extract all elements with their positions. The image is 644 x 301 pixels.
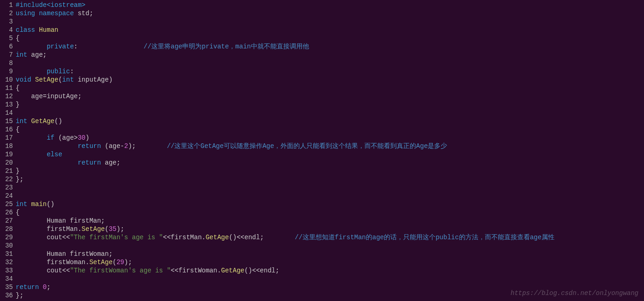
token-punct bbox=[16, 68, 47, 75]
token-punct bbox=[16, 142, 78, 150]
code-line: { bbox=[16, 208, 644, 217]
token-cmt: //这里将age申明为private，main中就不能直接调用他 bbox=[143, 43, 309, 50]
line-number: 20 bbox=[0, 159, 13, 167]
token-fn: SetAge bbox=[82, 225, 105, 233]
line-number: 27 bbox=[0, 217, 13, 225]
token-punct bbox=[136, 142, 167, 150]
token-kw: if bbox=[47, 134, 58, 142]
token-ident: (age bbox=[105, 142, 120, 150]
token-punct: () bbox=[47, 201, 54, 208]
line-number: 19 bbox=[0, 150, 13, 159]
token-punct: () bbox=[244, 267, 252, 274]
line-number: 35 bbox=[0, 283, 13, 291]
token-num: 29 bbox=[116, 259, 124, 266]
code-editor: 1234567891011121314151617181920212223242… bbox=[0, 0, 644, 300]
code-line: cout<<"The firstWoman's age is "<<firstW… bbox=[16, 266, 644, 275]
line-number: 12 bbox=[0, 92, 13, 100]
code-line: Human firstMan; bbox=[16, 217, 644, 225]
code-line: firstWoman.SetAge(29); bbox=[16, 258, 644, 266]
token-op: << bbox=[237, 234, 244, 241]
line-number: 23 bbox=[0, 183, 13, 192]
token-punct: : bbox=[70, 68, 74, 75]
line-number: 6 bbox=[0, 42, 13, 51]
line-number: 18 bbox=[0, 142, 13, 150]
token-punct: { bbox=[16, 84, 19, 92]
code-line: { bbox=[16, 34, 644, 42]
token-punct: ( bbox=[58, 76, 62, 83]
token-punct: ; bbox=[275, 267, 279, 274]
token-kw: namespace bbox=[39, 10, 78, 17]
code-line: cout<<"The firstMan's age is "<<firstMan… bbox=[16, 233, 644, 242]
token-ident: firstWoman bbox=[16, 259, 85, 266]
line-number: 22 bbox=[0, 175, 13, 183]
token-punct: ; bbox=[120, 225, 124, 233]
token-punct: ) bbox=[116, 225, 120, 233]
code-line: void SetAge(int inputAge) bbox=[16, 76, 644, 84]
line-number: 36 bbox=[0, 291, 13, 300]
token-op: << bbox=[163, 234, 171, 241]
token-kw: return bbox=[78, 142, 105, 150]
token-kw: class bbox=[16, 26, 39, 34]
token-ident: cout bbox=[16, 234, 62, 241]
line-number-gutter: 1234567891011121314151617181920212223242… bbox=[0, 1, 16, 300]
code-line: #include<iostream> bbox=[16, 1, 644, 9]
token-op: = bbox=[43, 93, 47, 100]
code-line bbox=[16, 192, 644, 200]
line-number: 31 bbox=[0, 250, 13, 258]
line-number: 14 bbox=[0, 109, 13, 117]
watermark-text: https://blog.csdn.net/onlyongwang bbox=[511, 289, 638, 297]
token-punct: () bbox=[229, 234, 237, 241]
token-punct: . bbox=[78, 225, 81, 233]
token-op: - bbox=[120, 142, 124, 150]
code-line bbox=[16, 275, 644, 283]
token-ident: Human firstMan bbox=[16, 217, 101, 224]
line-number: 11 bbox=[0, 84, 13, 92]
code-line: if (age>30) bbox=[16, 134, 644, 142]
token-punct bbox=[16, 43, 47, 50]
token-punct: ( bbox=[105, 225, 108, 233]
line-number: 5 bbox=[0, 34, 13, 42]
line-number: 9 bbox=[0, 67, 13, 76]
code-line bbox=[16, 59, 644, 67]
line-number: 33 bbox=[0, 266, 13, 275]
token-kw: #include bbox=[16, 1, 47, 9]
token-ident: age bbox=[16, 93, 43, 100]
code-line: else bbox=[16, 150, 644, 159]
token-punct: ) bbox=[85, 134, 89, 142]
token-punct: } bbox=[16, 167, 19, 175]
token-ident: firstMan bbox=[16, 225, 78, 233]
token-punct: ; bbox=[128, 259, 132, 266]
token-ident: age bbox=[31, 51, 43, 59]
line-number: 26 bbox=[0, 208, 13, 217]
token-fn: main bbox=[31, 201, 47, 208]
line-number: 16 bbox=[0, 125, 13, 134]
line-number: 32 bbox=[0, 258, 13, 266]
code-line: public: bbox=[16, 67, 644, 76]
code-line bbox=[16, 242, 644, 250]
code-line: Human firstWoman; bbox=[16, 250, 644, 258]
token-punct: ; bbox=[109, 250, 113, 258]
token-op: << bbox=[252, 267, 260, 274]
code-line: private: //这里将age申明为private，main中就不能直接调用… bbox=[16, 42, 644, 51]
token-cmt: //这里这个GetAge可以随意操作Age，外面的人只能看到这个结果，而不能看到… bbox=[167, 142, 447, 150]
token-num: 35 bbox=[109, 225, 117, 233]
token-punct: }; bbox=[16, 176, 24, 183]
token-fn: GetAge bbox=[206, 234, 229, 241]
line-number: 4 bbox=[0, 26, 13, 34]
token-kw: return bbox=[78, 159, 105, 166]
code-line: { bbox=[16, 125, 644, 134]
line-number: 7 bbox=[0, 51, 13, 59]
token-op: << bbox=[171, 267, 179, 274]
token-ident: cout bbox=[16, 267, 62, 274]
token-str: "The firstMan's age is " bbox=[70, 234, 163, 241]
token-punct bbox=[16, 159, 78, 166]
token-kw: else bbox=[47, 151, 62, 158]
token-punct: { bbox=[16, 126, 19, 133]
token-punct: . bbox=[85, 259, 89, 266]
token-kw: private bbox=[47, 43, 74, 50]
token-op: << bbox=[62, 234, 70, 241]
token-punct: }; bbox=[16, 292, 24, 299]
token-punct: ) bbox=[128, 142, 132, 150]
token-ident: endl bbox=[244, 234, 260, 241]
line-number: 25 bbox=[0, 200, 13, 208]
